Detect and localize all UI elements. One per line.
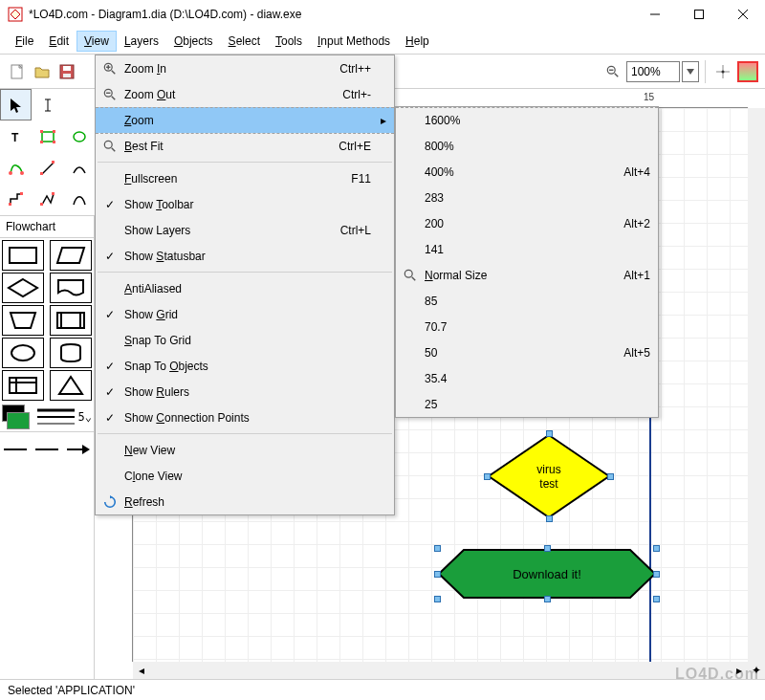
maximize-button[interactable] <box>677 0 721 29</box>
menu-objects[interactable]: Objects <box>166 31 221 52</box>
svg-rect-37 <box>10 378 36 393</box>
menu-tools[interactable]: Tools <box>268 31 310 52</box>
svg-point-24 <box>74 132 85 142</box>
zoom-70-7[interactable]: 70.7 <box>396 314 658 339</box>
svg-line-51 <box>112 96 116 99</box>
menu-input-methods[interactable]: Input Methods <box>310 31 398 52</box>
tool-blank-1[interactable] <box>63 89 95 120</box>
menu-edit[interactable]: Edit <box>41 31 76 52</box>
zoom-normal[interactable]: Normal SizeAlt+1 <box>396 262 658 288</box>
menu-select[interactable]: Select <box>221 31 268 52</box>
menu-separator <box>98 272 392 273</box>
menu-antialiased[interactable]: AntiAliased <box>96 275 394 301</box>
zoom-400[interactable]: 400%Alt+4 <box>396 159 658 185</box>
svg-rect-34 <box>10 248 36 263</box>
menu-refresh[interactable]: Refresh <box>96 489 394 514</box>
hexagon-text: Download it! <box>513 567 581 581</box>
menu-zoom-submenu[interactable]: Zoom ▸ <box>96 107 394 133</box>
tool-text-cursor[interactable] <box>32 89 63 120</box>
zoom-50[interactable]: 50Alt+5 <box>396 339 658 365</box>
menu-fullscreen[interactable]: Fullscreen F11 <box>96 165 394 191</box>
statusbar: Selected 'APPLICATION' <box>0 679 765 700</box>
tool-box[interactable] <box>32 120 63 152</box>
zoom-dropdown[interactable] <box>682 61 699 82</box>
zoom-input[interactable] <box>626 61 680 82</box>
snap-grid-icon[interactable] <box>711 60 734 83</box>
svg-rect-28 <box>40 172 43 175</box>
ruler-tick-15: 15 <box>644 92 654 102</box>
shape-decision-virus-test[interactable]: virustest <box>487 433 611 519</box>
tool-text[interactable]: T <box>0 120 32 152</box>
color-selector[interactable]: 5⌄ <box>0 403 94 431</box>
shape-process[interactable] <box>2 240 44 271</box>
menu-zoom-out[interactable]: Zoom Out Ctrl+- <box>96 81 394 107</box>
shape-document[interactable] <box>50 273 92 303</box>
open-icon[interactable] <box>31 60 54 83</box>
snap-object-icon[interactable] <box>736 60 759 83</box>
menu-show-grid[interactable]: ✓Show Grid <box>96 301 394 327</box>
tool-pointer[interactable] <box>0 89 32 120</box>
menu-snap-objects[interactable]: ✓Snap To Objects <box>96 353 394 379</box>
zoom-35-4[interactable]: 35.4 <box>396 365 658 391</box>
line-solid[interactable] <box>33 441 60 458</box>
menu-show-toolbar[interactable]: ✓Show Toolbar <box>96 191 394 217</box>
tool-bezier[interactable] <box>63 184 95 215</box>
shape-internal[interactable] <box>2 370 44 401</box>
zoom-85[interactable]: 85 <box>396 288 658 314</box>
shape-decision[interactable] <box>2 273 44 303</box>
shape-connector[interactable] <box>2 338 44 368</box>
svg-rect-20 <box>40 130 43 133</box>
menu-show-statusbar[interactable]: ✓Show Statusbar <box>96 243 394 269</box>
zoom-283[interactable]: 283 <box>396 185 658 210</box>
menu-snap-grid[interactable]: Snap To Grid <box>96 327 394 353</box>
save-icon[interactable] <box>55 60 78 83</box>
zoom-100-icon <box>400 269 421 282</box>
menu-help[interactable]: Help <box>398 31 437 52</box>
shape-io[interactable] <box>50 240 92 271</box>
zoom-141[interactable]: 141 <box>396 236 658 262</box>
tool-line[interactable] <box>32 152 63 184</box>
svg-line-54 <box>112 148 116 152</box>
tool-zigzag[interactable] <box>0 184 32 215</box>
menu-separator <box>98 162 392 163</box>
arrow-start-none[interactable] <box>2 441 29 458</box>
tool-arc[interactable] <box>63 152 95 184</box>
window-title: *LO4D.com - Diagram1.dia (D:\LO4D.com) -… <box>29 8 633 21</box>
scrollbar-horizontal[interactable]: ◂ ▸ <box>133 662 748 679</box>
menu-zoom-in[interactable]: Zoom In Ctrl++ <box>96 55 394 81</box>
shape-manual-op[interactable] <box>2 305 44 336</box>
svg-rect-19 <box>42 132 54 142</box>
zoom-out-icon[interactable] <box>601 60 624 83</box>
menu-layers[interactable]: Layers <box>117 31 166 52</box>
close-button[interactable] <box>721 0 765 29</box>
menu-new-view[interactable]: New View <box>96 437 394 463</box>
shape-preparation-download[interactable]: Download it! <box>437 548 657 600</box>
tool-polyline[interactable] <box>32 184 63 215</box>
menu-file[interactable]: File <box>8 31 41 52</box>
tool-ellipse[interactable] <box>63 120 95 152</box>
menu-show-rulers[interactable]: ✓Show Rulers <box>96 379 394 405</box>
menu-clone-view[interactable]: Clone View <box>96 463 394 489</box>
zoom-1600[interactable]: 1600% <box>396 107 658 133</box>
zoom-25[interactable]: 25 <box>396 391 658 417</box>
menu-separator <box>98 433 392 434</box>
scrollbar-vertical[interactable] <box>748 108 765 662</box>
menu-best-fit[interactable]: Best Fit Ctrl+E <box>96 133 394 159</box>
shape-set-label[interactable]: Flowchart <box>0 215 94 238</box>
shape-database[interactable] <box>50 338 92 368</box>
arrow-end[interactable] <box>65 441 92 458</box>
zoom-200[interactable]: 200Alt+2 <box>396 210 658 236</box>
svg-point-35 <box>11 345 34 361</box>
svg-rect-23 <box>53 141 55 143</box>
menu-show-layers[interactable]: Show Layers Ctrl+L <box>96 217 394 243</box>
menu-view[interactable]: View <box>76 31 117 52</box>
minimize-button[interactable] <box>633 0 677 29</box>
menu-show-connection-points[interactable]: ✓Show Connection Points <box>96 405 394 430</box>
shape-predefined[interactable] <box>50 305 92 336</box>
new-icon[interactable] <box>6 60 29 83</box>
shape-extract[interactable] <box>50 370 92 401</box>
zoom-800[interactable]: 800% <box>396 133 658 159</box>
menubar: File Edit View Layers Objects Select Too… <box>0 29 765 55</box>
line-style-icon[interactable] <box>33 405 75 429</box>
tool-polygon[interactable] <box>0 152 32 184</box>
